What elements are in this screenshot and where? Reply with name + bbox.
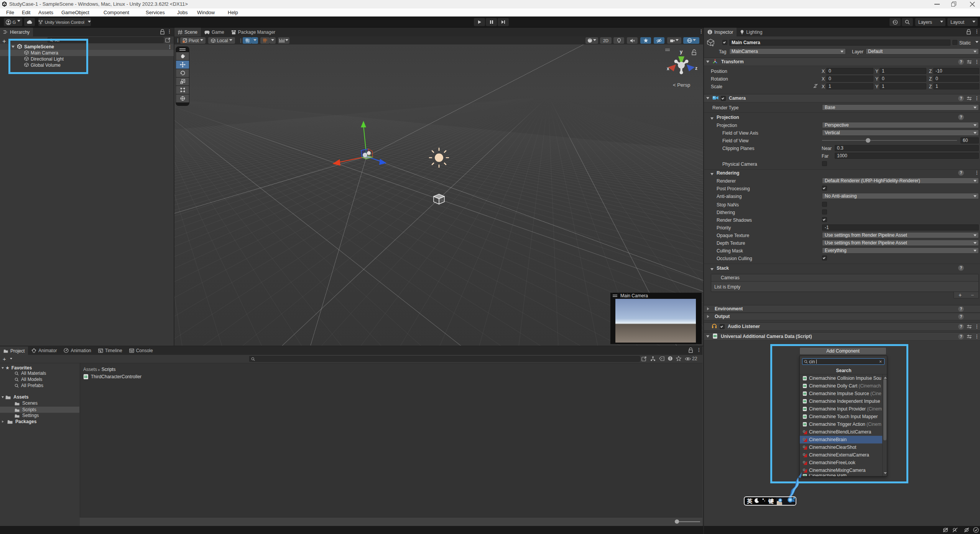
svg-text:Main Camera: Main Camera [620,293,648,298]
svg-text:x: x [667,66,669,71]
svg-text:Y: Y [248,41,250,43]
svg-text:y: y [680,49,683,54]
svg-text:z: z [695,66,697,71]
svg-text:< Persp: < Persp [673,82,690,88]
